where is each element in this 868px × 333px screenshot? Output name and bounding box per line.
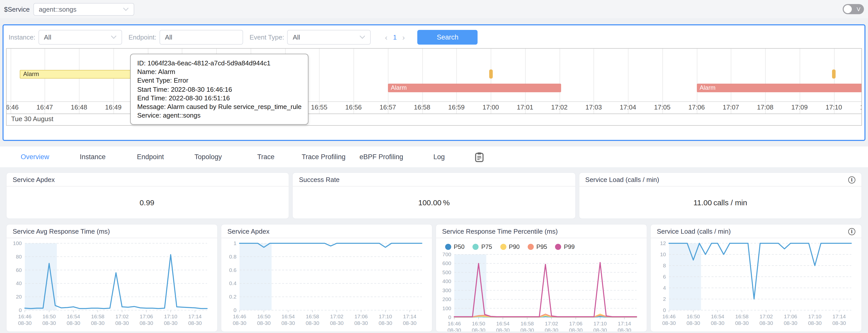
event-filter-row: Instance: All Endpoint: All Event Type: … (4, 25, 864, 45)
legend-item-p95[interactable]: P95 (528, 243, 547, 250)
svg-text:4: 4 (663, 285, 666, 291)
svg-text:700: 700 (442, 251, 451, 257)
legend-item-p50[interactable]: P50 (445, 243, 465, 250)
svg-text:16:46: 16:46 (662, 313, 676, 319)
svg-text:08-30: 08-30 (281, 320, 295, 326)
version-toggle[interactable]: V (843, 4, 864, 14)
timeline-time-label: 17:02 (545, 103, 574, 111)
timeline-event-error[interactable]: Alarm (696, 84, 862, 92)
chevron-down-icon (123, 7, 128, 11)
svg-text:400: 400 (442, 278, 451, 284)
timeline-date-label: Tue 30 August (11, 115, 54, 123)
tab-endpoint[interactable]: Endpoint (122, 153, 179, 161)
svg-text:08-30: 08-30 (832, 320, 846, 326)
timeline-time-label: 17:01 (511, 103, 539, 111)
timeline-event-point[interactable] (832, 70, 836, 79)
timeline-time-label: 17:05 (648, 103, 677, 111)
tab-ebpf-profiling[interactable]: eBPF Profiling (352, 153, 410, 161)
svg-text:16:54: 16:54 (496, 321, 510, 326)
event-tooltip: ID: 1064f23a-6eac-4812-a7cd-5d9a84d944c1… (130, 54, 309, 125)
svg-text:17:14: 17:14 (403, 313, 416, 319)
legend-label: P50 (454, 243, 465, 250)
svg-text:0.6: 0.6 (229, 267, 237, 273)
tab-overview[interactable]: Overview (6, 153, 64, 161)
chart-title: Service Response Time Percentile (ms) (442, 228, 558, 235)
tab-trace-profiling[interactable]: Trace Profiling (295, 153, 352, 161)
svg-text:08-30: 08-30 (545, 327, 558, 332)
legend-item-p75[interactable]: P75 (473, 243, 492, 250)
svg-text:12: 12 (660, 240, 666, 246)
timeline-time-label: 17:11 (854, 103, 862, 111)
chart-title: Service Avg Response Time (ms) (13, 228, 110, 235)
svg-text:0: 0 (234, 307, 237, 313)
event-type-select-value: All (293, 33, 300, 41)
timeline-time-label: 16:57 (374, 103, 402, 111)
svg-text:0.2: 0.2 (229, 294, 237, 300)
svg-text:100: 100 (442, 305, 451, 311)
endpoint-input[interactable]: All (159, 30, 243, 45)
svg-text:17:06: 17:06 (140, 313, 153, 319)
tooltip-line-start-time: Start Time: 2022-08-30 16:46:16 (137, 85, 302, 93)
svg-text:17:02: 17:02 (116, 313, 129, 319)
legend-label: P90 (509, 243, 520, 250)
tooltip-line-service: Service: agent::songs (137, 111, 302, 120)
svg-text:17:02: 17:02 (545, 321, 558, 326)
svg-text:17:14: 17:14 (833, 313, 846, 319)
svg-text:500: 500 (442, 269, 451, 275)
chart-plot: 02468101216:4608-3016:5008-3016:5408-301… (652, 239, 858, 330)
svg-text:08-30: 08-30 (593, 327, 607, 332)
svg-text:16:46: 16:46 (18, 313, 32, 319)
legend-item-p90[interactable]: P90 (500, 243, 520, 250)
svg-text:08-30: 08-30 (686, 320, 700, 326)
metrics-row: Service Apdex 0.99 Success Rate 100.00 %… (6, 172, 862, 219)
info-icon[interactable]: i (848, 176, 855, 183)
svg-text:08-30: 08-30 (711, 320, 724, 326)
chart-card-service-load: Service Load (calls / min) i 02468101216… (650, 224, 862, 332)
next-page-icon[interactable]: › (398, 33, 409, 41)
chart-title: Service Apdex (227, 228, 270, 235)
svg-text:16:54: 16:54 (711, 313, 724, 319)
tab-trace[interactable]: Trace (237, 153, 295, 161)
svg-text:40: 40 (16, 280, 22, 286)
clipboard-icon[interactable] (469, 152, 489, 162)
search-button[interactable]: Search (417, 30, 478, 45)
svg-text:08-30: 08-30 (662, 320, 676, 326)
instance-label: Instance: (9, 33, 35, 41)
timeline-time-label: 16:56 (339, 103, 368, 111)
svg-text:17:02: 17:02 (330, 313, 344, 319)
prev-page-icon[interactable]: ‹ (380, 33, 392, 41)
svg-text:08-30: 08-30 (760, 320, 773, 326)
svg-text:08-30: 08-30 (378, 320, 392, 326)
chevron-down-icon (111, 35, 117, 39)
tab-instance[interactable]: Instance (64, 153, 122, 161)
metric-value: 100.00 (418, 198, 442, 207)
svg-text:17:10: 17:10 (164, 313, 178, 319)
info-icon[interactable]: i (848, 228, 855, 235)
svg-text:10: 10 (660, 251, 666, 257)
svg-text:17:06: 17:06 (784, 313, 797, 319)
svg-text:08-30: 08-30 (233, 320, 246, 326)
tab-log[interactable]: Log (410, 153, 468, 161)
svg-text:08-30: 08-30 (735, 320, 749, 326)
tooltip-line-event-type: Event Type: Error (137, 76, 302, 85)
page-number[interactable]: 1 (392, 33, 398, 41)
event-type-select[interactable]: All (287, 30, 371, 45)
svg-text:60: 60 (16, 267, 22, 273)
timeline-time-label: 16:47 (31, 103, 59, 111)
card-title: Service Apdex (13, 176, 55, 184)
svg-text:17:02: 17:02 (760, 313, 773, 319)
instance-select[interactable]: All (38, 30, 122, 45)
timeline-event-point[interactable] (489, 70, 493, 79)
svg-text:8: 8 (663, 262, 666, 268)
instance-select-value: All (44, 33, 52, 41)
svg-text:08-30: 08-30 (257, 320, 271, 326)
chart-plot: 00.20.40.60.8116:4608-3016:5008-3016:540… (222, 239, 429, 330)
svg-text:08-30: 08-30 (330, 320, 344, 326)
timeline-event-error[interactable]: Alarm (388, 84, 561, 92)
timeline-time-label: 16:48 (65, 103, 93, 111)
tab-topology[interactable]: Topology (179, 153, 237, 161)
svg-text:08-30: 08-30 (164, 320, 178, 326)
service-select[interactable]: agent::songs (33, 3, 134, 16)
svg-text:16:46: 16:46 (448, 321, 461, 326)
legend-item-p99[interactable]: P99 (555, 243, 575, 250)
